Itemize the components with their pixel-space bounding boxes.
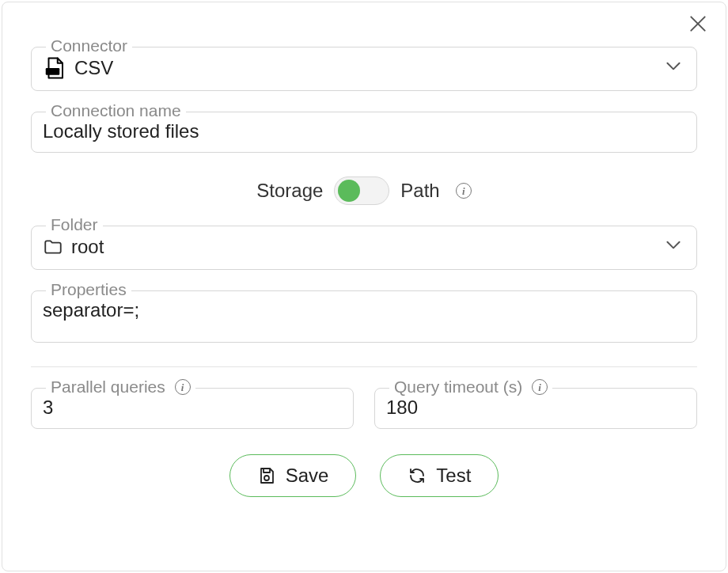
query-timeout-label-text: Query timeout (s) [394, 378, 522, 396]
svg-text:CSV: CSV [47, 69, 59, 74]
folder-select[interactable]: Folder root [31, 226, 697, 270]
connector-value: CSV [74, 57, 657, 79]
connector-label: Connector [46, 36, 132, 55]
query-timeout-field[interactable]: Query timeout (s) i [374, 388, 697, 429]
svg-point-5 [264, 476, 269, 480]
folder-label: Folder [46, 215, 103, 234]
info-icon[interactable]: i [175, 379, 191, 395]
info-icon[interactable]: i [532, 379, 548, 395]
connection-dialog: Connector CSV CSV Connection name Storag… [2, 2, 726, 571]
chevron-down-icon [663, 55, 684, 81]
test-button-label: Test [436, 465, 471, 487]
storage-path-toggle[interactable] [334, 176, 389, 205]
close-icon[interactable] [688, 13, 710, 36]
csv-file-icon: CSV [43, 56, 66, 80]
properties-input[interactable] [43, 299, 684, 321]
parallel-queries-label: Parallel queries i [46, 378, 195, 397]
parallel-queries-label-text: Parallel queries [51, 378, 165, 396]
toggle-label-storage: Storage [256, 180, 323, 202]
info-icon[interactable]: i [456, 183, 472, 199]
folder-icon [43, 237, 63, 257]
properties-field[interactable]: Properties [31, 290, 697, 343]
svg-rect-4 [264, 469, 270, 472]
toggle-knob [338, 180, 360, 202]
storage-path-toggle-row: Storage Path i [31, 176, 697, 205]
connection-name-label: Connection name [46, 101, 186, 120]
chevron-down-icon [663, 234, 684, 260]
properties-label: Properties [46, 280, 131, 299]
test-button[interactable]: Test [380, 454, 499, 497]
refresh-icon [408, 466, 427, 485]
parallel-queries-field[interactable]: Parallel queries i [31, 388, 354, 429]
parallel-queries-input[interactable] [43, 397, 340, 419]
query-timeout-input[interactable] [386, 397, 684, 419]
save-button-label: Save [286, 465, 329, 487]
toggle-label-path: Path [400, 180, 439, 202]
query-timeout-label: Query timeout (s) i [389, 378, 552, 397]
button-row: Save Test [31, 454, 697, 497]
save-icon [257, 466, 276, 485]
save-button[interactable]: Save [229, 454, 357, 497]
connection-name-field[interactable]: Connection name [31, 112, 697, 153]
connection-name-input[interactable] [43, 120, 684, 142]
folder-value: root [71, 236, 657, 258]
connector-select[interactable]: Connector CSV CSV [31, 47, 697, 91]
